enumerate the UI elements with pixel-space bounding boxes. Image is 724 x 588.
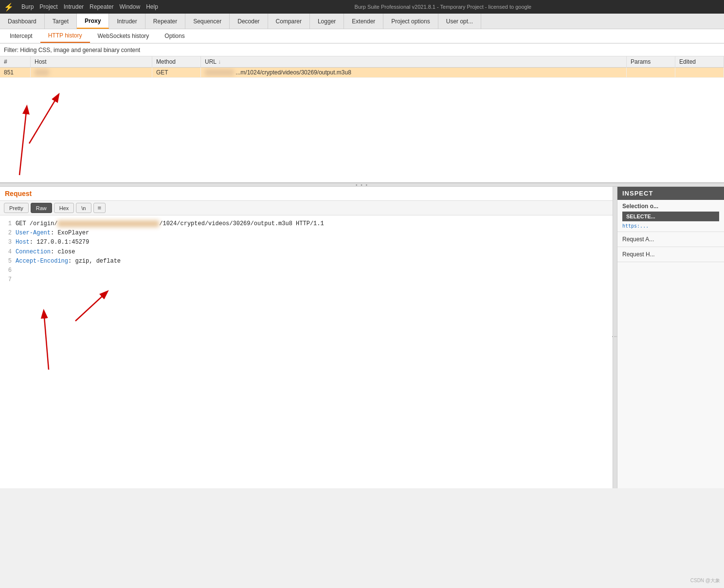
inspector-selection-label: Selection o... — [622, 203, 719, 210]
tab-intruder[interactable]: Intruder — [109, 14, 145, 29]
subtab-intercept[interactable]: Intercept — [2, 29, 40, 43]
tab-comparer[interactable]: Comparer — [268, 14, 310, 29]
http-history-table: # Host Method URL ↓ Params Edited 851 b.… — [0, 56, 724, 183]
line-content-5: Accept-Encoding: gzip, deflate — [16, 257, 121, 266]
title-bar: ⚡ Burp Project Intruder Repeater Window … — [0, 0, 724, 14]
code-line-2: 2 User-Agent: ExoPlayer — [4, 229, 609, 238]
url-blurred-part — [205, 69, 234, 76]
watermark: CSDN @大象 — [690, 577, 720, 584]
line-content-4: Connection: close — [16, 248, 75, 257]
filter-text: Filter: Hiding CSS, image and general bi… — [4, 47, 140, 53]
line-content-1: GET /origin/ b... '' ...bmqluejgljan.com… — [16, 219, 324, 229]
btn-newline[interactable]: \n — [76, 203, 91, 213]
line-num-3: 3 — [4, 238, 12, 247]
line-num-6: 6 — [4, 266, 12, 275]
header-val-2: : ExoPlayer — [51, 230, 89, 236]
header-key-2: User-Agent — [16, 230, 51, 236]
line-num-5: 5 — [4, 257, 12, 266]
request-panel: Request Pretty Raw Hex \n ≡ 1 GET /origi… — [0, 187, 613, 488]
header-val-4: : close — [51, 249, 75, 255]
line-content-3: Host: 127.0.0.1:45279 — [16, 238, 89, 247]
menu-repeater[interactable]: Repeater — [90, 3, 113, 10]
main-tab-bar: Dashboard Target Proxy Intruder Repeater… — [0, 14, 724, 29]
tab-dashboard[interactable]: Dashboard — [0, 14, 45, 29]
inspector-selection: Selection o... SELECTE... https:... — [617, 200, 724, 232]
btn-pretty[interactable]: Pretty — [4, 203, 29, 213]
menu-window[interactable]: Window — [119, 3, 140, 10]
cell-url: ...m/1024/crypted/videos/30269/output.m3… — [201, 68, 627, 78]
menu-project[interactable]: Project — [39, 3, 57, 10]
burp-logo: ⚡ — [4, 2, 14, 12]
menu-intruder[interactable]: Intruder — [64, 3, 84, 10]
bottom-panel: Request Pretty Raw Hex \n ≡ 1 GET /origi… — [0, 187, 724, 488]
line-num-1: 1 — [4, 219, 12, 229]
menu-bar[interactable]: Burp Project Intruder Repeater Window He… — [21, 3, 158, 10]
btn-raw[interactable]: Raw — [31, 203, 52, 213]
code-line-3: 3 Host: 127.0.0.1:45279 — [4, 238, 609, 247]
url-blurred-1: b... '' ...bmqluejgljan.com — [57, 220, 159, 227]
header-key-5: Accept-Encoding — [16, 258, 68, 265]
tab-decoder[interactable]: Decoder — [230, 14, 268, 29]
request-panel-title: Request — [0, 187, 613, 200]
header-val-5: : gzip, deflate — [68, 258, 121, 265]
inspector-panel: INSPECT Selection o... SELECTE... https:… — [617, 187, 724, 488]
line-num-7: 7 — [4, 275, 12, 285]
col-header-method[interactable]: Method — [152, 56, 201, 68]
tab-user-options[interactable]: User opt... — [438, 14, 481, 29]
table-header-row: # Host Method URL ↓ Params Edited — [0, 56, 724, 68]
cell-params — [627, 68, 675, 78]
code-line-5: 5 Accept-Encoding: gzip, deflate — [4, 257, 609, 266]
btn-menu[interactable]: ≡ — [93, 203, 106, 213]
col-header-url[interactable]: URL ↓ — [201, 56, 627, 68]
get-method: GET /origin/ — [16, 220, 57, 227]
subtab-websockets-history[interactable]: WebSockets history — [90, 29, 157, 43]
request-code-area[interactable]: 1 GET /origin/ b... '' ...bmqluejgljan.c… — [0, 215, 613, 488]
tab-logger[interactable]: Logger — [310, 14, 344, 29]
url-visible: ...m/1024/crypted/videos/30269/output.m3… — [235, 69, 351, 76]
tab-project-options[interactable]: Project options — [383, 14, 438, 29]
inspector-selected-label: SELECTE... — [622, 212, 719, 221]
tab-sequencer[interactable]: Sequencer — [185, 14, 230, 29]
line-content-2: User-Agent: ExoPlayer — [16, 229, 89, 238]
subtab-http-history[interactable]: HTTP history — [40, 29, 90, 43]
host-blurred: b... ... — [35, 69, 49, 76]
code-line-6: 6 — [4, 266, 609, 275]
code-line-7: 7 — [4, 275, 609, 285]
col-header-host[interactable]: Host — [31, 56, 152, 68]
filter-bar[interactable]: Filter: Hiding CSS, image and general bi… — [0, 44, 724, 56]
header-key-4: Connection — [16, 249, 51, 255]
menu-burp[interactable]: Burp — [21, 3, 34, 10]
url-path-1: /1024/crypted/videos/30269/output.m3u8 H… — [159, 220, 324, 227]
line-num-2: 2 — [4, 229, 12, 238]
resize-handle[interactable]: • • • — [0, 183, 724, 187]
code-line-4: 4 Connection: close — [4, 248, 609, 257]
inspector-request-h[interactable]: Request H... — [617, 247, 724, 262]
header-key-3: Host — [16, 239, 30, 246]
col-header-params[interactable]: Params — [627, 56, 675, 68]
request-toolbar: Pretty Raw Hex \n ≡ — [0, 200, 613, 215]
cell-edited — [675, 68, 724, 78]
code-line-1: 1 GET /origin/ b... '' ...bmqluejgljan.c… — [4, 219, 609, 229]
subtab-options[interactable]: Options — [157, 29, 192, 43]
menu-help[interactable]: Help — [146, 3, 158, 10]
btn-hex[interactable]: Hex — [54, 203, 74, 213]
col-header-edited[interactable]: Edited — [675, 56, 724, 68]
app-title: Burp Suite Professional v2021.8.1 - Temp… — [166, 4, 720, 10]
inspector-request-a[interactable]: Request A... — [617, 232, 724, 247]
tab-extender[interactable]: Extender — [344, 14, 383, 29]
cell-method: GET — [152, 68, 201, 78]
inspector-drag-handle[interactable]: ⋮ — [613, 187, 617, 488]
line-num-4: 4 — [4, 248, 12, 257]
inspector-selected-url: https:... — [622, 223, 719, 229]
tab-repeater[interactable]: Repeater — [145, 14, 185, 29]
sub-tab-bar: Intercept HTTP history WebSockets histor… — [0, 29, 724, 44]
cell-host: b... ... — [31, 68, 152, 78]
header-val-3: : 127.0.0.1:45279 — [30, 239, 89, 246]
tab-proxy[interactable]: Proxy — [77, 14, 109, 29]
col-header-num[interactable]: # — [0, 56, 31, 68]
table-row[interactable]: 851 b... ... GET ...m/1024/crypted/video… — [0, 68, 724, 78]
tab-target[interactable]: Target — [45, 14, 77, 29]
inspector-title: INSPECT — [617, 187, 724, 200]
cell-num: 851 — [0, 68, 31, 78]
